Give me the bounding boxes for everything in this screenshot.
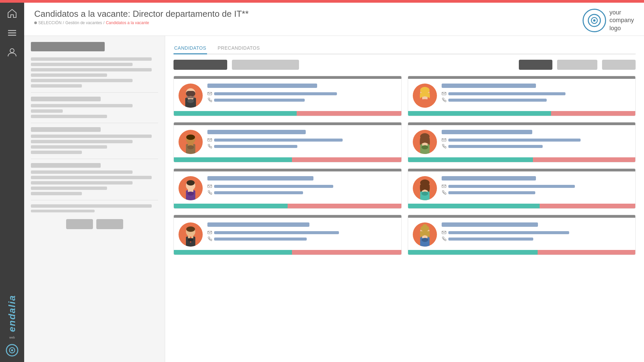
filter-pill-5[interactable] [602,60,636,70]
breadcrumb-middle: Gestión de vacantes [65,20,102,25]
candidate-card-4[interactable] [408,122,636,162]
breadcrumb-sep1: / [63,20,64,25]
svg-point-22 [422,99,428,103]
svg-point-28 [187,145,194,149]
phone-icon-5 [207,190,212,195]
avatar-7 [179,222,203,247]
filter-block-3 [31,127,158,154]
svg-point-21 [420,87,430,94]
sidebar-menu-icon[interactable] [5,25,19,40]
phone-icon-3 [207,144,212,149]
svg-point-46 [422,192,428,196]
svg-point-53 [188,238,193,242]
phone-icon-4 [442,144,446,149]
svg-rect-26 [188,142,193,146]
filter-block-5 [31,204,158,212]
avatar-1 [179,84,203,108]
progress-bar-4 [408,157,636,162]
content-area: Candidatos a la vacante: Director depart… [24,3,644,362]
email-icon-4 [442,138,446,142]
body-area: CANDIDATOS PRECANDIDATOS [24,36,644,362]
candidate-card-5[interactable] [174,168,402,209]
email-icon [207,91,212,96]
candidates-grid [174,76,636,255]
phone-icon-7 [207,237,212,241]
sidebar-bottom: endalia web [6,295,18,362]
filter-block-4 [31,163,158,195]
svg-rect-38 [188,188,193,192]
avatar-2 [413,84,437,108]
svg-point-13 [187,99,194,103]
email-icon-7 [207,230,212,235]
filter-block-1 [31,57,158,88]
filter-row-right [519,60,636,70]
tabs: CANDIDATOS PRECANDIDATOS [174,43,636,54]
breadcrumb-dot [34,21,37,24]
endalia-sub: web [9,336,15,339]
filter-clear-button[interactable] [96,219,123,229]
tab-candidates[interactable]: CANDIDATOS [174,43,207,54]
logo-circle [583,9,606,32]
avatar-8 [413,222,437,247]
breadcrumb-current[interactable]: Candidatos a la vacante [106,20,149,25]
svg-point-40 [187,192,194,196]
candidate-card-3[interactable] [174,122,402,162]
email-icon-3 [207,138,212,142]
candidate-card-7[interactable] [174,215,402,255]
svg-point-39 [187,180,195,186]
header-left: Candidatos a la vacante: Director depart… [34,9,249,25]
progress-bar-2 [408,111,636,116]
breadcrumb-sep2: / [103,20,104,25]
svg-point-6 [11,349,13,351]
svg-point-9 [593,19,595,22]
candidate-card-2[interactable] [408,76,636,116]
filter-pill-4[interactable] [557,60,597,70]
email-icon-8 [442,230,446,235]
avatar-4 [413,130,437,154]
svg-rect-14 [186,91,195,96]
progress-bar-7 [174,250,401,255]
progress-bar-3 [174,157,401,162]
company-logo: yourcompanylogo [583,9,634,32]
endalia-logo-icon [6,344,18,357]
svg-point-27 [186,135,195,140]
tab-precandidates[interactable]: PRECANDIDATOS [217,43,261,54]
filter-pill-2[interactable] [232,60,299,70]
header: Candidatos a la vacante: Director depart… [24,3,644,36]
svg-point-51 [186,226,195,232]
filter-buttons [31,219,158,229]
breadcrumb: SELECCIÓN / Gestión de vacantes / Candid… [34,20,249,25]
sidebar-user-icon[interactable] [5,45,19,60]
phone-icon-6 [442,190,446,195]
filter-pill-3[interactable] [519,60,552,70]
filter-pill-1[interactable] [174,60,227,70]
progress-bar-1 [174,111,401,116]
filter-block-2 [31,97,158,118]
filter-search-button[interactable] [66,219,93,229]
page-title: Candidatos a la vacante: Director depart… [34,9,249,19]
progress-bar-8 [408,250,636,255]
svg-point-3 [10,49,14,53]
phone-icon-2 [442,98,446,102]
filter-row [174,60,636,70]
sidebar: endalia web [0,3,24,362]
sidebar-home-icon[interactable] [5,6,19,21]
svg-point-59 [423,224,427,229]
candidate-card-6[interactable] [408,168,636,209]
avatar-3 [179,130,203,154]
candidates-area: CANDIDATOS PRECANDIDATOS [165,36,644,362]
progress-bar-6 [408,204,636,208]
svg-rect-16 [187,96,195,98]
candidate-card-8[interactable] [408,215,636,255]
candidate-card-1[interactable] [174,76,402,116]
logo-text: yourcompanylogo [609,9,634,32]
email-icon-5 [207,184,212,189]
phone-icon-8 [442,237,446,241]
phone-icon [207,98,212,102]
filter-panel [24,36,165,362]
breadcrumb-prefix: SELECCIÓN [38,20,61,25]
top-bar [0,0,644,3]
svg-point-34 [422,145,428,149]
avatar-5 [179,176,203,200]
filter-search-bar[interactable] [31,42,105,51]
